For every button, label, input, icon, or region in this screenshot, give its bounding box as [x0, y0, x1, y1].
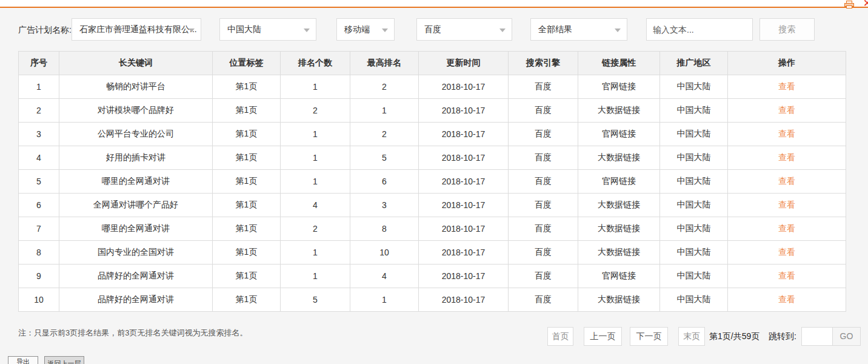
table-cell: 中国大陆 — [660, 146, 728, 170]
table-row: 8国内专业的全国对讲第1页1102018-10-17百度大数据链接中国大陆查看 — [19, 241, 846, 265]
table-cell: 2 — [350, 123, 419, 146]
pagination-next-button[interactable]: 下一页 — [630, 327, 668, 346]
region-dropdown[interactable]: 中国大陆 — [219, 18, 316, 41]
search-button[interactable]: 搜索 — [760, 18, 815, 41]
table-cell: 百度 — [509, 288, 578, 312]
table-cell: 大数据链接 — [578, 99, 660, 123]
table-cell: 4 — [19, 146, 59, 170]
jump-to-input[interactable] — [801, 327, 833, 346]
table-cell: 2018-10-17 — [419, 288, 509, 312]
result-dropdown-value: 全部结果 — [538, 24, 572, 34]
chevron-down-icon — [304, 29, 310, 32]
column-header-action: 操作 — [728, 52, 846, 75]
table-cell: 1 — [350, 99, 419, 123]
go-button[interactable]: GO — [832, 327, 861, 346]
ad-plan-dropdown[interactable]: 石家庄市善理通益科技有限公... — [72, 18, 201, 41]
table-cell: 第1页 — [213, 99, 281, 123]
column-header-top-rank: 最高排名 — [350, 52, 419, 75]
pagination-first-button[interactable]: 首页 — [547, 327, 573, 346]
table-cell: 3 — [350, 194, 419, 217]
column-header-region: 推广地区 — [660, 52, 728, 75]
table-cell: 大数据链接 — [578, 194, 660, 217]
table-cell: 第1页 — [213, 288, 281, 312]
table-cell: 2 — [350, 75, 419, 99]
table-cell: 中国大陆 — [660, 170, 728, 194]
table-cell: 哪里的全网通对讲 — [59, 170, 213, 194]
table-cell: 大数据链接 — [578, 241, 660, 265]
pagination-last-button[interactable]: 末页 — [678, 327, 705, 346]
table-cell: 百度 — [509, 123, 578, 146]
table-cell: 2 — [19, 99, 59, 123]
table-cell: 1 — [19, 75, 59, 99]
table-cell: 2018-10-17 — [419, 170, 509, 194]
table-cell: 4 — [350, 265, 419, 288]
table-row: 6全网通对讲哪个产品好第1页432018-10-17百度大数据链接中国大陆查看 — [19, 194, 846, 217]
table-cell-action: 查看 — [728, 241, 846, 265]
table-cell: 6 — [19, 194, 59, 217]
table-cell-action: 查看 — [728, 194, 846, 217]
table-cell: 百度 — [509, 75, 578, 99]
table-cell: 百度 — [509, 265, 578, 288]
search-input[interactable] — [646, 18, 753, 41]
table-cell: 百度 — [509, 241, 578, 265]
view-link[interactable]: 查看 — [778, 81, 795, 91]
back-button[interactable]: 返回上一层 — [44, 356, 84, 364]
view-link[interactable]: 查看 — [778, 200, 795, 209]
table-cell-action: 查看 — [728, 123, 846, 146]
table-cell: 4 — [281, 194, 350, 217]
table-row: 10品牌好的全网通对讲第1页512018-10-17百度大数据链接中国大陆查看 — [19, 288, 846, 312]
table-cell: 8 — [350, 217, 419, 241]
screen: ✕ 广告计划名称: 石家庄市善理通益科技有限公... 中国大陆 移动端 百度 全… — [0, 0, 868, 364]
result-dropdown[interactable]: 全部结果 — [530, 18, 627, 41]
table-row: 9品牌好的全网通对讲第1页142018-10-17百度官网链接中国大陆查看 — [19, 265, 846, 288]
view-link[interactable]: 查看 — [778, 105, 795, 115]
table-cell: 中国大陆 — [660, 265, 728, 288]
table-cell: 第1页 — [213, 194, 281, 217]
table-cell: 第1页 — [213, 265, 281, 288]
table-cell: 全网通对讲哪个产品好 — [59, 194, 213, 217]
column-header-update-time: 更新时间 — [419, 52, 509, 75]
export-excel-button[interactable]: 导出Excel — [8, 356, 38, 364]
top-strip — [0, 0, 868, 7]
view-link[interactable]: 查看 — [778, 247, 795, 257]
table-cell: 2018-10-17 — [419, 99, 509, 123]
table-cell: 1 — [281, 265, 350, 288]
table-cell: 公网平台专业的公司 — [59, 123, 213, 146]
table-cell: 百度 — [509, 146, 578, 170]
table-cell: 2 — [281, 99, 350, 123]
view-link[interactable]: 查看 — [778, 152, 795, 162]
close-icon[interactable]: ✕ — [863, 0, 868, 10]
view-link[interactable]: 查看 — [778, 294, 795, 304]
table-cell-action: 查看 — [728, 99, 846, 123]
print-icon[interactable] — [844, 1, 855, 8]
table-cell: 好用的插卡对讲 — [59, 146, 213, 170]
chevron-down-icon — [382, 29, 388, 32]
table-cell: 9 — [19, 265, 59, 288]
pagination-prev-button[interactable]: 上一页 — [584, 327, 622, 346]
table-cell: 对讲模块哪个品牌好 — [59, 99, 213, 123]
view-link[interactable]: 查看 — [778, 223, 795, 233]
table-cell: 百度 — [509, 170, 578, 194]
chevron-down-icon — [499, 29, 506, 32]
table-cell: 百度 — [509, 194, 578, 217]
engine-dropdown[interactable]: 百度 — [416, 18, 512, 41]
table-cell: 1 — [281, 241, 350, 265]
view-link[interactable]: 查看 — [778, 176, 795, 186]
table-cell: 哪里的全网通对讲 — [59, 217, 213, 241]
table-cell: 2018-10-17 — [419, 146, 509, 170]
view-link[interactable]: 查看 — [778, 271, 795, 280]
table-cell: 10 — [19, 288, 59, 312]
table-cell: 中国大陆 — [660, 123, 728, 146]
engine-dropdown-value: 百度 — [424, 24, 441, 34]
device-dropdown[interactable]: 移动端 — [336, 18, 395, 41]
table-cell: 2018-10-17 — [419, 75, 509, 99]
jump-to-label: 跳转到: — [769, 327, 796, 346]
table-cell: 2018-10-17 — [419, 123, 509, 146]
table-row: 2对讲模块哪个品牌好第1页212018-10-17百度大数据链接中国大陆查看 — [19, 99, 846, 123]
table-cell: 5 — [19, 170, 59, 194]
device-dropdown-value: 移动端 — [344, 24, 370, 34]
table-cell: 国内专业的全国对讲 — [59, 241, 213, 265]
table-cell: 8 — [19, 241, 59, 265]
view-link[interactable]: 查看 — [778, 129, 795, 138]
table-cell: 品牌好的全网通对讲 — [59, 265, 213, 288]
